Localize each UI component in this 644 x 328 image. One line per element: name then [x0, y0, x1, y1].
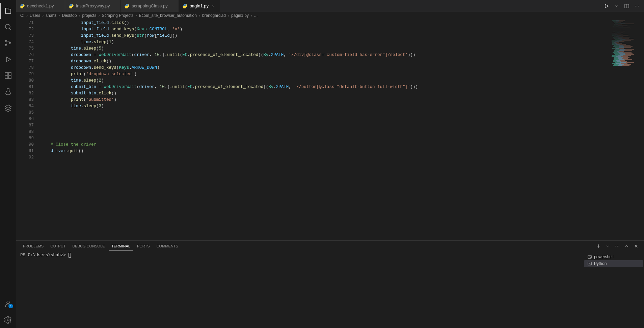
code-line[interactable]	[41, 110, 610, 116]
chevron-right-icon: ›	[98, 13, 100, 18]
breadcrumb-item[interactable]: shahz	[46, 13, 56, 18]
svg-point-0	[5, 24, 10, 29]
breadcrumb-item[interactable]: Desktop	[62, 13, 77, 18]
run-debug-icon[interactable]	[0, 51, 16, 67]
terminal[interactable]: PS C:\Users\shahz>	[16, 251, 583, 328]
terminal-prompt: PS C:\Users\shahz>	[20, 253, 69, 258]
code-line[interactable]: input_field.click()	[41, 20, 610, 26]
editor-tab[interactable]: InstaProxyway.py	[65, 0, 121, 12]
code-line[interactable]: dropdown = WebDriverWait(driver, 10.).un…	[41, 52, 610, 58]
breadcrumb-item[interactable]: Scraping Projects	[102, 13, 133, 18]
settings-gear-icon[interactable]	[0, 312, 16, 328]
line-number: 83	[16, 97, 34, 103]
code-line[interactable]	[41, 116, 610, 122]
svg-point-4	[9, 42, 11, 44]
panel-tab[interactable]: PROBLEMS	[20, 242, 46, 250]
breadcrumb-item[interactable]: ...	[254, 13, 258, 18]
svg-point-2	[5, 40, 7, 42]
code-line[interactable]: dropdown.click()	[41, 58, 610, 65]
panel-tab[interactable]: COMMENTS	[154, 242, 181, 250]
code-line[interactable]	[41, 135, 610, 142]
run-dropdown-icon[interactable]	[612, 2, 621, 10]
code-line[interactable]: input_field.send_keys(str(row[field]))	[41, 33, 610, 39]
accounts-icon[interactable]: 1	[0, 296, 16, 312]
breadcrumb-item[interactable]: C:	[20, 13, 24, 18]
code-line[interactable]: print('dropdown selected')	[41, 71, 610, 78]
svg-point-30	[619, 246, 619, 246]
close-icon[interactable]	[211, 3, 216, 9]
svg-point-29	[617, 246, 618, 246]
remote-icon[interactable]	[0, 100, 16, 116]
editor-actions	[599, 0, 644, 12]
code-line[interactable]	[41, 154, 610, 161]
code-line[interactable]: submit_btn = WebDriverWait(driver, 10.).…	[41, 84, 610, 90]
breadcrumb-item[interactable]: Users	[30, 13, 40, 18]
svg-rect-6	[5, 72, 8, 75]
maximize-panel-icon[interactable]	[623, 242, 630, 250]
more-actions-icon[interactable]	[633, 2, 641, 10]
code-line[interactable]: print('Submitted')	[41, 97, 610, 103]
code-line[interactable]	[41, 129, 610, 135]
tab-label: scrappingClass.py	[132, 3, 167, 8]
editor-region: 7172737475767778798081828384858687888990…	[16, 19, 644, 240]
editor-tab[interactable]: pagin1.py	[179, 0, 220, 12]
chevron-right-icon: ›	[135, 13, 137, 18]
line-gutter: 7172737475767778798081828384858687888990…	[16, 19, 41, 240]
run-file-icon[interactable]	[602, 2, 611, 10]
line-number: 90	[16, 142, 34, 148]
breadcrumb-item[interactable]: pagin1.py	[231, 13, 249, 18]
svg-point-11	[7, 319, 9, 321]
testing-icon[interactable]	[0, 84, 16, 100]
code-editor[interactable]: input_field.click() input_field.send_key…	[41, 19, 610, 240]
terminal-session[interactable]: powershell	[584, 254, 643, 260]
svg-point-25	[638, 6, 639, 6]
panel-tab[interactable]: PORTS	[134, 242, 153, 250]
python-file-icon	[182, 3, 188, 9]
svg-point-10	[7, 301, 9, 304]
panel-tabs: PROBLEMSOUTPUTDEBUG CONSOLETERMINALPORTS…	[16, 241, 644, 251]
code-line[interactable]: time.sleep(5)	[41, 46, 610, 52]
new-terminal-icon[interactable]	[595, 242, 602, 250]
minimap[interactable]	[610, 19, 644, 240]
panel-more-icon[interactable]	[614, 242, 621, 250]
svg-marker-20	[605, 4, 608, 8]
line-number: 73	[16, 33, 34, 39]
panel-tab[interactable]: DEBUG CONSOLE	[70, 242, 107, 250]
code-line[interactable]: submit_btn.click()	[41, 90, 610, 97]
code-line[interactable]: driver.quit()	[41, 148, 610, 154]
terminal-session-name: powershell	[594, 255, 613, 259]
close-panel-icon[interactable]	[633, 242, 640, 250]
breadcrumb-item[interactable]: brenogarciad	[202, 13, 226, 18]
code-line[interactable]: # Close the driver	[41, 142, 610, 148]
code-line[interactable]: time.sleep(3)	[41, 103, 610, 110]
code-line[interactable]: time.sleep(1)	[41, 39, 610, 46]
split-editor-icon[interactable]	[622, 2, 631, 10]
chevron-right-icon: ›	[26, 13, 28, 18]
editor-tab[interactable]: dexcheck1.py	[16, 0, 65, 12]
terminal-session[interactable]: Python	[584, 260, 643, 267]
breadcrumb-item[interactable]: projects	[82, 13, 96, 18]
line-number: 86	[16, 116, 34, 122]
svg-rect-7	[8, 72, 11, 75]
bottom-panel: PROBLEMSOUTPUTDEBUG CONSOLETERMINALPORTS…	[16, 240, 644, 328]
search-icon[interactable]	[0, 19, 16, 35]
panel-actions	[595, 242, 640, 250]
line-number: 71	[16, 20, 34, 26]
code-line[interactable]: dropdown.send_keys(Keys.ARROW_DOWN)	[41, 65, 610, 71]
extensions-icon[interactable]	[0, 67, 16, 84]
code-line[interactable]: input_field.send_keys(Keys.CONTROL, 'a')	[41, 26, 610, 33]
panel-tab[interactable]: OUTPUT	[48, 242, 68, 250]
line-number: 76	[16, 52, 34, 58]
panel-tab[interactable]: TERMINAL	[109, 242, 133, 250]
activity-bar: 1	[0, 0, 16, 328]
line-number: 84	[16, 103, 34, 110]
code-line[interactable]: time.sleep(2)	[41, 78, 610, 84]
python-file-icon	[124, 3, 130, 9]
breadcrumb[interactable]: C:›Users›shahz›Desktop›projects›Scraping…	[16, 12, 644, 19]
code-line[interactable]	[41, 122, 610, 129]
breadcrumb-item[interactable]: Ecom_site_browser_automation	[139, 13, 196, 18]
source-control-icon[interactable]	[0, 35, 16, 51]
editor-tab[interactable]: scrappingClass.py	[121, 0, 179, 12]
explorer-icon[interactable]	[0, 3, 16, 19]
terminal-dropdown-icon[interactable]	[604, 242, 612, 250]
